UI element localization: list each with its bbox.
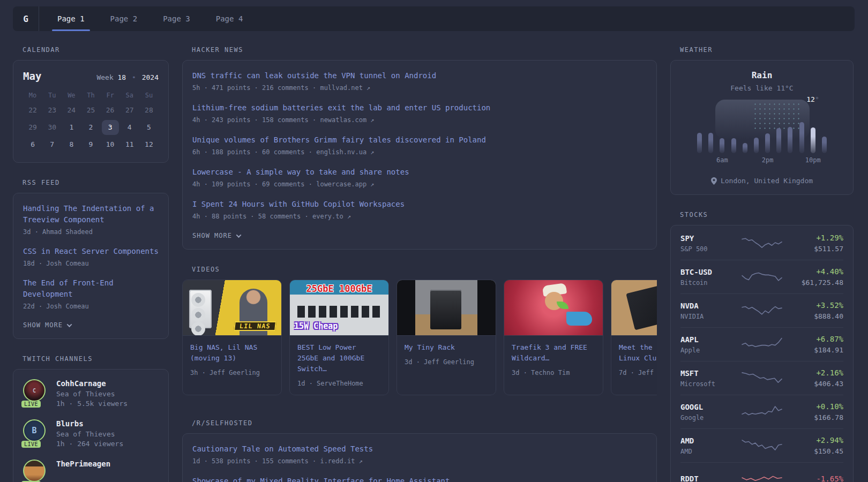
weather-section-label: WEATHER bbox=[680, 46, 854, 54]
stock-price: $184.91 bbox=[787, 346, 843, 354]
calendar-day: 29 bbox=[23, 119, 42, 135]
feed-item-title-link[interactable]: I Spent 24 Hours with GitHub Copilot Wor… bbox=[192, 199, 647, 210]
twitch-channel-info: ThePrimeagen bbox=[56, 460, 110, 482]
twitch-channel-name: ThePrimeagen bbox=[56, 460, 110, 468]
video-meta: 3h · Jeff Geerling bbox=[190, 369, 274, 376]
stock-identity: NVDANVIDIA bbox=[680, 302, 737, 320]
thumbnail-art bbox=[191, 322, 205, 336]
stock-name: Apple bbox=[680, 347, 737, 354]
calendar-day: 25 bbox=[81, 102, 100, 118]
feed-item-title-link[interactable]: DNS traffic can leak outside the VPN tun… bbox=[192, 70, 647, 81]
stock-row[interactable]: GOOGLGoogle+0.10%$166.78 bbox=[680, 395, 843, 429]
stock-row[interactable]: SPYS&P 500+1.29%$511.57 bbox=[680, 227, 843, 260]
feed-item-title-link[interactable]: The End of Front-End Development bbox=[23, 277, 159, 300]
feed-item-meta: 18d · Josh Comeau bbox=[23, 260, 159, 267]
videos-section: VIDEOS LIL NASBig NAS, Lil NAS (moving 1… bbox=[182, 266, 657, 395]
video-card-body: BEST Low Power 25GbE and 100GbE Switch…1… bbox=[290, 336, 388, 395]
top-navigation: G Page 1Page 2Page 3Page 4 bbox=[13, 6, 855, 31]
twitch-channel-info: BlurbsSea of Thieves1h · 264 viewers bbox=[56, 419, 123, 448]
temp-value: 12 bbox=[806, 95, 815, 103]
feed-item-meta: 6h · 188 points · 60 comments · english.… bbox=[192, 148, 647, 156]
show-more-button[interactable]: SHOW MORE bbox=[192, 232, 241, 239]
hacker-news-section: HACKER NEWS DNS traffic can leak outside… bbox=[182, 46, 657, 250]
video-title-link[interactable]: Meet the Linux Clu bbox=[619, 343, 656, 362]
stock-price: $61,725.48 bbox=[787, 278, 843, 287]
video-title-link[interactable]: My Tiny Rack bbox=[405, 343, 455, 351]
calendar-day-header: Th bbox=[81, 89, 100, 101]
twitch-avatar: B bbox=[23, 419, 46, 442]
weather-hour-label: 2pm bbox=[762, 156, 774, 164]
weather-section: WEATHER Rain Feels like 11°C 12° 6am2pm1… bbox=[670, 46, 854, 195]
selfhosted-section-label: /R/SELFHOSTED bbox=[192, 419, 657, 427]
video-card[interactable]: 25GbE 100GbE15W CheapBEST Low Power 25Gb… bbox=[289, 280, 389, 395]
feed-item-title-link[interactable]: Lowercase - A simple way to take and sha… bbox=[192, 167, 647, 178]
video-thumbnail: 25GbE 100GbE15W Cheap bbox=[290, 280, 388, 336]
feed-item-title-link[interactable]: Lithium-free sodium batteries exit the l… bbox=[192, 102, 647, 114]
video-card[interactable]: FASMeet the Linux Clu7d · Jeff bbox=[611, 280, 657, 395]
feed-item-title-link[interactable]: Unique volumes of Brothers Grimm fairy t… bbox=[192, 134, 647, 146]
feed-item-title-link[interactable]: Cautionary Tale on Automated Speed Tests bbox=[192, 443, 647, 455]
thumbnail-art bbox=[430, 290, 461, 329]
video-title-link[interactable]: Big NAS, Lil NAS (moving 13) bbox=[190, 343, 257, 362]
video-card[interactable]: My Tiny Rack3d · Jeff Geerling bbox=[396, 280, 496, 395]
weather-hour-label: 10pm bbox=[805, 156, 821, 164]
feed-item-meta: 22d · Josh Comeau bbox=[23, 303, 159, 310]
twitch-channel-game: Sea of Thieves bbox=[56, 390, 128, 398]
weather-bar bbox=[754, 138, 759, 153]
stock-values: -1.65% bbox=[787, 475, 843, 482]
list-item: Cautionary Tale on Automated Speed Tests… bbox=[192, 443, 647, 465]
feed-item-title-link[interactable]: CSS in React Server Components bbox=[23, 246, 159, 257]
calendar-day-header: Fr bbox=[101, 89, 120, 101]
stock-change: +2.94% bbox=[787, 436, 843, 445]
calendar-day-number: 30 bbox=[48, 123, 56, 131]
list-item: Lowercase - A simple way to take and sha… bbox=[192, 167, 647, 188]
twitch-avatar-wrap: LIVE bbox=[23, 460, 48, 482]
video-title-link[interactable]: Traefik 3 and FREE Wildcard… bbox=[512, 343, 587, 362]
feed-item-title-link[interactable]: Showcase of my Mixed Reality Interface f… bbox=[192, 476, 647, 482]
tab-page-3[interactable]: Page 3 bbox=[150, 6, 203, 31]
stock-row[interactable]: MSFTMicrosoft+2.16%$406.43 bbox=[680, 362, 843, 395]
stock-row[interactable]: BTC-USDBitcoin+4.40%$61,725.48 bbox=[680, 260, 843, 294]
tab-page-4[interactable]: Page 4 bbox=[203, 6, 256, 31]
video-title-link[interactable]: BEST Low Power 25GbE and 100GbE Switch… bbox=[297, 343, 364, 373]
stock-row[interactable]: AAPLApple+6.87%$184.91 bbox=[680, 328, 843, 362]
calendar-day-number: 3 bbox=[102, 120, 119, 135]
selfhosted-section: /R/SELFHOSTED Cautionary Tale on Automat… bbox=[182, 419, 657, 482]
video-card[interactable]: LIL NASBig NAS, Lil NAS (moving 13)3h · … bbox=[182, 280, 282, 395]
twitch-channel-row[interactable]: LIVEThePrimeagen bbox=[23, 460, 159, 482]
video-card-body: Meet the Linux Clu7d · Jeff bbox=[611, 336, 657, 384]
twitch-channel-row[interactable]: CLIVECohhCarnageSea of Thieves1h · 5.5k … bbox=[23, 379, 159, 408]
tab-page-2[interactable]: Page 2 bbox=[98, 6, 151, 31]
video-meta: 3d · Techno Tim bbox=[512, 369, 595, 376]
calendar-week-year: Week 18 • 2024 bbox=[96, 73, 159, 81]
thumbnail-badge-text: 15W Cheap bbox=[294, 321, 338, 331]
stock-sparkline bbox=[741, 437, 783, 455]
feed-item-meta: 1d · 538 points · 155 comments · i.redd.… bbox=[192, 457, 647, 465]
stock-identity: BTC-USDBitcoin bbox=[680, 268, 737, 287]
stock-row[interactable]: AMDAMD+2.94%$150.45 bbox=[680, 429, 843, 463]
tab-page-1[interactable]: Page 1 bbox=[44, 6, 98, 31]
feed-item-title-link[interactable]: Handling The Indentation of a Treeview C… bbox=[23, 203, 159, 225]
stock-row[interactable]: RDDT-1.65% bbox=[680, 463, 843, 482]
show-more-button[interactable]: SHOW MORE bbox=[23, 321, 71, 329]
app-logo[interactable]: G bbox=[13, 6, 39, 31]
calendar-day: 22 bbox=[23, 102, 42, 118]
list-item: CSS in React Server Components18d · Josh… bbox=[23, 246, 159, 267]
calendar-day-header: Mo bbox=[23, 89, 42, 101]
stock-identity: MSFTMicrosoft bbox=[680, 369, 737, 388]
stock-values: +0.10%$166.78 bbox=[787, 402, 843, 421]
weather-location: London, United Kingdom bbox=[721, 177, 813, 185]
calendar-year: 2024 bbox=[142, 73, 159, 81]
twitch-channel-row[interactable]: BLIVEBlurbsSea of Thieves1h · 264 viewer… bbox=[23, 419, 159, 448]
degree-symbol: ° bbox=[815, 95, 819, 103]
weather-bar bbox=[765, 133, 770, 153]
stock-symbol: MSFT bbox=[680, 369, 737, 378]
list-item: Handling The Indentation of a Treeview C… bbox=[23, 203, 159, 236]
calendar-card: May Week 18 • 2024 MoTuWeThFrSaSu2223242… bbox=[13, 60, 169, 163]
weather-condition: Rain bbox=[680, 70, 843, 80]
video-card[interactable]: Traefik 3 and FREE Wildcard…3d · Techno … bbox=[504, 280, 603, 395]
calendar-day-number: 1 bbox=[69, 123, 73, 131]
stock-price: $888.40 bbox=[787, 312, 843, 320]
stock-row[interactable]: NVDANVIDIA+3.52%$888.40 bbox=[680, 294, 843, 328]
calendar-day-number: 8 bbox=[69, 140, 73, 148]
